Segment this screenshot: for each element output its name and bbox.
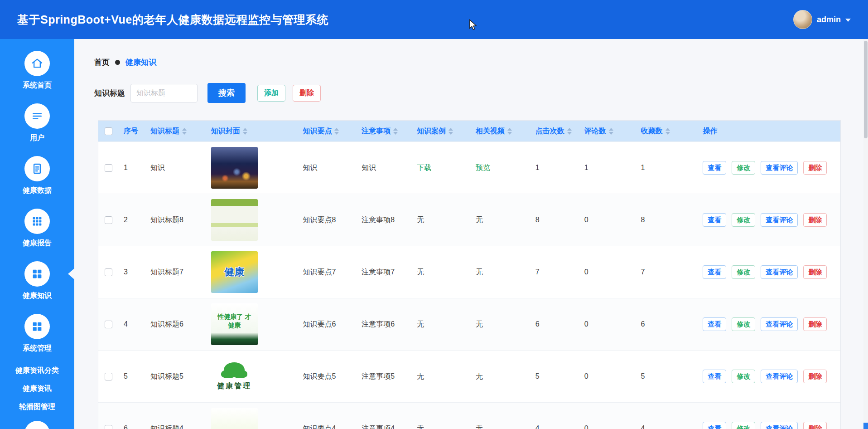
delete-selected-button[interactable]: 删除 [293, 85, 321, 102]
sort-icon[interactable] [609, 128, 613, 135]
sidebar-item-health-report[interactable]: 健康报告 [0, 209, 74, 248]
cover-image[interactable]: 健康 [211, 251, 258, 293]
user-menu[interactable]: admin [793, 10, 851, 29]
row-index: 5 [119, 372, 146, 380]
row-notes: 注意事项4 [357, 424, 412, 429]
sidebar-link-carousel[interactable]: 轮播图管理 [19, 403, 55, 411]
select-all-checkbox[interactable] [105, 127, 112, 135]
case-value: 无 [417, 320, 424, 329]
sidebar-item-users[interactable]: 用户 [0, 103, 74, 143]
breadcrumb-current[interactable]: 健康知识 [125, 57, 156, 68]
view-button[interactable]: 查看 [703, 422, 726, 429]
add-button[interactable]: 添加 [257, 85, 285, 102]
delete-button[interactable]: 删除 [803, 161, 827, 175]
cover-image[interactable]: 健康管理 [211, 356, 258, 397]
edit-button[interactable]: 修改 [732, 213, 755, 227]
row-checkbox[interactable] [105, 268, 112, 276]
sort-icon[interactable] [243, 128, 247, 135]
sidebar-link-news-category[interactable]: 健康资讯分类 [15, 366, 59, 375]
knowledge-table: 序号 知识标题 知识封面 知识要点 注意事项 知识案例 相关视频 点击次数 评论… [98, 120, 841, 429]
row-checkbox[interactable] [105, 164, 112, 172]
video-value: 无 [476, 215, 483, 225]
sidebar-item-label: 系统首页 [23, 81, 52, 90]
view-button[interactable]: 查看 [703, 317, 726, 331]
row-favorites: 8 [637, 216, 699, 224]
row-title: 知识标题4 [146, 424, 207, 429]
sort-icon[interactable] [507, 128, 512, 135]
row-actions: 查看修改查看评论删除 [698, 370, 840, 383]
cover-image[interactable] [211, 147, 258, 189]
delete-button[interactable]: 删除 [803, 265, 827, 279]
row-notes: 注意事项5 [357, 372, 412, 381]
search-button[interactable]: 搜索 [207, 83, 246, 103]
row-index: 4 [119, 320, 146, 328]
sidebar-item-health-knowledge[interactable]: 健康知识 [0, 261, 74, 301]
view-button[interactable]: 查看 [703, 265, 726, 279]
view-button[interactable]: 查看 [703, 370, 726, 383]
sidebar-item-label: 健康知识 [23, 291, 52, 301]
delete-button[interactable]: 删除 [803, 422, 827, 429]
sidebar-item-health-data[interactable]: 健康数据 [0, 156, 74, 195]
user-avatar[interactable] [793, 10, 812, 29]
filter-label: 知识标题 [94, 88, 125, 98]
case-value: 无 [417, 424, 424, 429]
edit-button[interactable]: 修改 [732, 265, 755, 279]
row-points: 知识要点4 [298, 424, 357, 429]
table-row: 1 知识 知识 知识 下载 预览 1 1 1 查看修改查看评论删除 [98, 141, 840, 194]
vertical-scrollbar[interactable] [863, 39, 868, 429]
edit-button[interactable]: 修改 [732, 317, 755, 331]
sort-icon[interactable] [182, 128, 187, 135]
col-video: 相关视频 [471, 127, 531, 136]
sort-icon[interactable] [665, 128, 670, 135]
row-checkbox[interactable] [105, 373, 112, 380]
preview-link[interactable]: 预览 [476, 163, 490, 173]
col-actions: 操作 [698, 127, 840, 136]
row-actions: 查看修改查看评论删除 [698, 422, 840, 429]
view-button[interactable]: 查看 [703, 161, 726, 175]
edit-button[interactable]: 修改 [732, 422, 755, 429]
sort-icon[interactable] [567, 128, 572, 135]
view-comments-button[interactable]: 查看评论 [761, 265, 798, 279]
cover-image[interactable] [211, 199, 258, 241]
title-filter-input[interactable] [130, 84, 198, 102]
row-index: 3 [119, 268, 146, 276]
sidebar-item-label: 健康报告 [23, 239, 52, 248]
row-clicks: 1 [531, 164, 580, 172]
sort-icon[interactable] [448, 128, 453, 135]
sort-icon[interactable] [334, 128, 339, 135]
col-case: 知识案例 [412, 127, 471, 136]
row-index: 1 [119, 164, 146, 172]
view-comments-button[interactable]: 查看评论 [761, 161, 798, 175]
scrollbar-thumb[interactable] [864, 41, 868, 138]
download-link[interactable]: 下载 [417, 163, 431, 173]
delete-button[interactable]: 删除 [803, 317, 827, 331]
view-comments-button[interactable]: 查看评论 [761, 422, 798, 429]
row-checkbox[interactable] [105, 321, 112, 328]
row-notes: 注意事项6 [357, 320, 412, 329]
sidebar-item-system-manage[interactable]: 系统管理 [0, 314, 74, 353]
sidebar-item-partial[interactable] [0, 421, 74, 429]
view-comments-button[interactable]: 查看评论 [761, 370, 798, 383]
view-comments-button[interactable]: 查看评论 [761, 317, 798, 331]
video-value: 无 [476, 424, 483, 429]
table-row: 2 知识标题8 知识要点8 注意事项8 无 无 8 0 8 查看修改查看评论删除 [98, 194, 840, 246]
col-cover: 知识封面 [207, 127, 299, 136]
main-content: 首页 健康知识 知识标题 搜索 添加 删除 序号 知识标题 知识封面 知识要点 … [74, 39, 868, 429]
cover-image[interactable]: 性健康了 才健康 [211, 303, 258, 345]
col-title: 知识标题 [146, 127, 207, 136]
breadcrumb-home[interactable]: 首页 [94, 57, 110, 68]
view-button[interactable]: 查看 [703, 213, 726, 227]
edit-button[interactable]: 修改 [732, 370, 755, 383]
row-checkbox[interactable] [105, 216, 112, 224]
sidebar-item-home[interactable]: 系统首页 [0, 51, 74, 90]
sidebar-link-news[interactable]: 健康资讯 [23, 385, 52, 393]
sort-icon[interactable] [393, 128, 398, 135]
board-icon [30, 427, 44, 429]
delete-button[interactable]: 删除 [803, 213, 827, 227]
delete-button[interactable]: 删除 [803, 370, 827, 383]
cover-image[interactable] [211, 408, 258, 429]
row-checkbox[interactable] [105, 425, 112, 429]
view-comments-button[interactable]: 查看评论 [761, 213, 798, 227]
row-comments: 0 [580, 268, 637, 276]
edit-button[interactable]: 修改 [732, 161, 755, 175]
